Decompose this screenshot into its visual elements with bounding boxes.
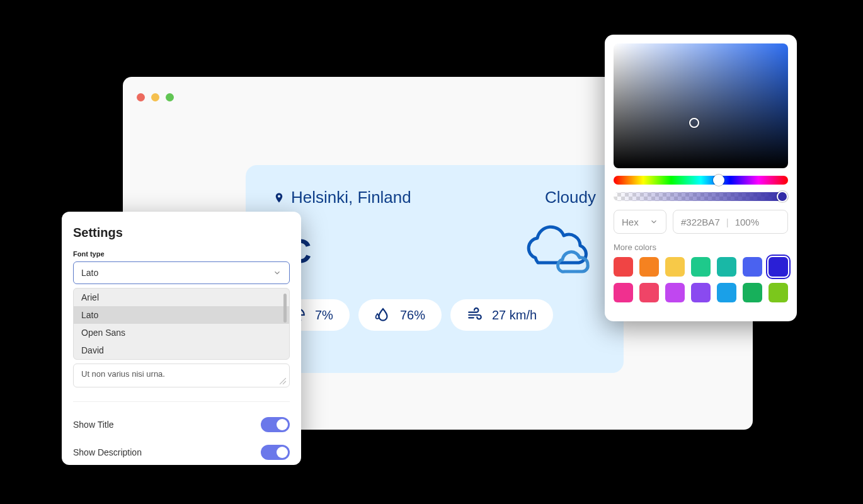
- color-swatch[interactable]: [691, 283, 711, 302]
- color-swatch[interactable]: [743, 257, 762, 277]
- show-description-label: Show Description: [73, 447, 142, 457]
- input-separator: |: [726, 217, 729, 227]
- color-swatch[interactable]: [614, 283, 633, 302]
- wind-value: 27 km/h: [492, 308, 537, 323]
- precip-value: 7%: [315, 308, 333, 323]
- color-swatch[interactable]: [665, 257, 685, 277]
- color-swatch[interactable]: [769, 257, 788, 277]
- chevron-down-icon: [649, 217, 658, 226]
- color-swatch[interactable]: [639, 283, 659, 302]
- font-select[interactable]: Lato: [73, 261, 290, 284]
- humidity-value: 76%: [400, 308, 425, 323]
- resize-handle-icon[interactable]: [279, 377, 287, 385]
- humidity-pill: 76%: [358, 299, 442, 331]
- font-type-label: Font type: [73, 250, 290, 258]
- weather-location: Helsinki, Finland: [273, 188, 411, 207]
- color-alpha-value: 100%: [735, 217, 759, 227]
- window-maximize-button[interactable]: [166, 93, 174, 101]
- hue-slider[interactable]: [614, 176, 788, 185]
- weather-card: Helsinki, Finland Cloudy °C 7%: [246, 165, 624, 373]
- font-option-lato[interactable]: Lato: [74, 306, 289, 324]
- font-preview-input[interactable]: Ut non varius nisi urna.: [73, 364, 290, 387]
- window-close-button[interactable]: [137, 93, 145, 101]
- droplet-icon: [375, 307, 391, 323]
- chevron-down-icon: [273, 268, 282, 277]
- wind-pill: 27 km/h: [450, 299, 553, 331]
- wind-icon: [467, 307, 483, 323]
- color-swatch[interactable]: [639, 257, 659, 277]
- color-swatch[interactable]: [717, 283, 736, 302]
- window-minimize-button[interactable]: [151, 93, 159, 101]
- more-colors-label: More colors: [614, 243, 788, 252]
- font-option-opensans[interactable]: Open Sans: [74, 324, 289, 341]
- window-traffic-lights: [137, 93, 174, 101]
- font-select-value: Lato: [81, 268, 98, 278]
- font-option-ariel[interactable]: Ariel: [74, 289, 289, 306]
- color-format-value: Hex: [622, 217, 639, 227]
- color-picker-panel: Hex #322BA7 | 100% More colors: [605, 35, 797, 321]
- font-preview-text: Ut non varius nisi urna.: [81, 369, 165, 379]
- color-swatch[interactable]: [665, 283, 685, 302]
- divider: [73, 401, 290, 402]
- color-format-select[interactable]: Hex: [614, 210, 666, 234]
- location-text: Helsinki, Finland: [291, 188, 411, 207]
- color-hex-value: #322BA7: [681, 217, 720, 227]
- hue-handle[interactable]: [713, 175, 724, 186]
- color-swatch[interactable]: [691, 257, 711, 277]
- cloud-icon: [520, 222, 596, 279]
- show-title-label: Show Title: [73, 420, 114, 430]
- show-description-toggle[interactable]: [261, 445, 290, 460]
- weather-condition: Cloudy: [545, 188, 596, 207]
- gradient-handle[interactable]: [689, 118, 699, 128]
- dropdown-scrollbar[interactable]: [283, 294, 287, 323]
- color-swatch[interactable]: [717, 257, 736, 277]
- settings-title: Settings: [73, 226, 290, 240]
- font-option-david[interactable]: David: [74, 341, 289, 359]
- location-pin-icon: [273, 191, 285, 205]
- color-swatch[interactable]: [743, 283, 762, 302]
- color-swatch[interactable]: [769, 283, 788, 302]
- font-dropdown: Ariel Lato Open Sans David: [73, 288, 290, 360]
- swatch-grid: [614, 257, 788, 302]
- color-gradient-area[interactable]: [614, 43, 788, 168]
- settings-panel: Settings Font type Lato Ariel Lato Open …: [62, 212, 301, 465]
- alpha-slider[interactable]: [614, 192, 788, 201]
- color-swatch[interactable]: [614, 257, 633, 277]
- color-value-input[interactable]: #322BA7 | 100%: [673, 210, 788, 234]
- show-title-toggle[interactable]: [261, 417, 290, 432]
- alpha-handle[interactable]: [777, 191, 788, 202]
